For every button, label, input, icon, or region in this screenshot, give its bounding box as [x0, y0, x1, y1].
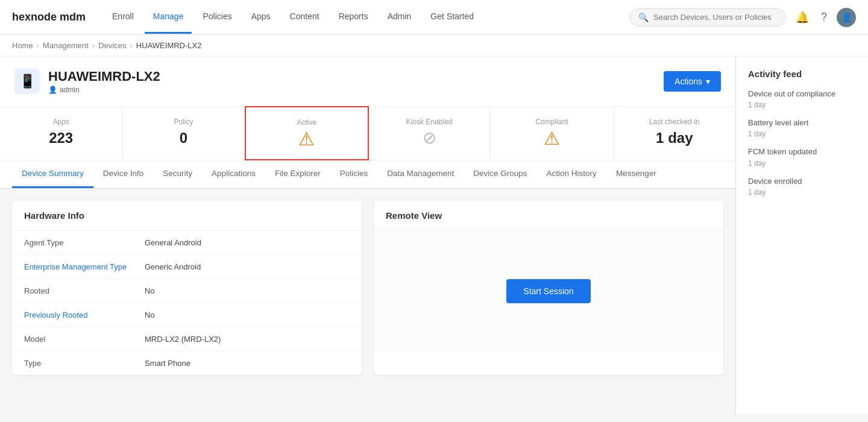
breadcrumb-sep-2: › [92, 41, 95, 50]
tab-messenger[interactable]: Messenger [606, 160, 666, 188]
stat-compliant: Compliant ⚠ [491, 107, 613, 160]
top-navigation: hexnode mdm Enroll Manage Policies Apps … [0, 0, 868, 35]
compliant-warning-icon: ⚠ [503, 130, 600, 148]
remote-view-card: Remote View Start Session [374, 201, 723, 375]
notification-icon[interactable]: 🔔 [793, 8, 811, 27]
search-input[interactable] [653, 13, 777, 22]
info-row-agent-type: Agent Type General Android [12, 231, 362, 255]
stat-apps: Apps 223 [0, 107, 122, 160]
nav-enroll[interactable]: Enroll [104, 1, 142, 34]
nav-right: 🔍 🔔 ? 👤 [629, 8, 856, 27]
dropdown-arrow-icon: ▾ [706, 77, 710, 86]
nav-apps[interactable]: Apps [243, 1, 279, 34]
stat-active: Active ⚠ [245, 106, 369, 160]
search-box[interactable]: 🔍 [629, 8, 786, 27]
help-icon[interactable]: ? [819, 8, 829, 26]
search-icon: 🔍 [638, 13, 649, 22]
info-row-rooted: Rooted No [12, 279, 362, 303]
breadcrumb-sep-3: › [130, 41, 133, 50]
info-row-enterprise-mgmt: Enterprise Management Type Generic Andro… [12, 255, 362, 279]
feed-item-3: FCM token updated 1 day [748, 146, 856, 167]
tab-applications[interactable]: Applications [202, 160, 265, 188]
info-row-type: Type Smart Phone [12, 351, 362, 375]
owner-icon: 👤 [48, 86, 57, 94]
actions-button[interactable]: Actions ▾ [664, 71, 721, 92]
tab-device-info[interactable]: Device Info [93, 160, 154, 188]
hardware-info-title: Hardware Info [12, 201, 362, 231]
logo: hexnode mdm [12, 11, 86, 24]
feed-item-4: Device enrolled 1 day [748, 176, 856, 197]
breadcrumb-management[interactable]: Management [43, 41, 89, 50]
tab-content: Hardware Info Agent Type General Android… [0, 189, 735, 387]
avatar[interactable]: 👤 [837, 8, 856, 27]
tab-data-management[interactable]: Data Management [377, 160, 464, 188]
breadcrumb-devices[interactable]: Devices [98, 41, 126, 50]
hardware-info-table: Agent Type General Android Enterprise Ma… [12, 231, 362, 375]
nav-policies[interactable]: Policies [194, 1, 240, 34]
nav-manage[interactable]: Manage [145, 1, 192, 34]
tabs-bar: Device Summary Device Info Security Appl… [0, 160, 735, 189]
hardware-info-card: Hardware Info Agent Type General Android… [12, 201, 362, 375]
breadcrumb: Home › Management › Devices › HUAWEIMRD-… [0, 35, 868, 57]
remote-view-title: Remote View [374, 201, 723, 231]
active-warning-icon: ⚠ [258, 130, 356, 148]
nav-get-started[interactable]: Get Started [422, 1, 482, 34]
feed-item-1: Device out of compliance 1 day [748, 89, 856, 109]
tab-device-groups[interactable]: Device Groups [464, 160, 536, 188]
activity-feed-title: Activity feed [748, 69, 856, 79]
device-icon: 📱 [14, 69, 40, 94]
nav-links: Enroll Manage Policies Apps Content Repo… [104, 1, 629, 34]
breadcrumb-sep-1: › [37, 41, 39, 50]
activity-feed: Activity feed Device out of compliance 1… [735, 57, 868, 414]
start-session-button[interactable]: Start Session [506, 279, 590, 303]
stat-kiosk: Kiosk Enabled ⊘ [368, 107, 491, 160]
tab-file-explorer[interactable]: File Explorer [265, 160, 330, 188]
tab-device-summary[interactable]: Device Summary [12, 160, 93, 188]
nav-content[interactable]: Content [281, 1, 328, 34]
device-title: 📱 HUAWEIMRD-LX2 👤 admin [14, 69, 160, 94]
tab-policies[interactable]: Policies [330, 160, 378, 188]
device-owner: 👤 admin [48, 86, 160, 94]
remote-view-body: Start Session [374, 231, 723, 351]
feed-item-2: Battery level alert 1 day [748, 118, 856, 138]
tab-action-history[interactable]: Action History [537, 160, 606, 188]
kiosk-disabled-icon: ⊘ [380, 130, 478, 146]
stat-policy: Policy 0 [122, 107, 245, 160]
breadcrumb-current: HUAWEIMRD-LX2 [136, 41, 202, 50]
nav-admin[interactable]: Admin [379, 1, 420, 34]
info-row-previously-rooted: Previously Rooted No [12, 303, 362, 327]
device-header: 📱 HUAWEIMRD-LX2 👤 admin Actions ▾ [0, 57, 735, 107]
device-info: HUAWEIMRD-LX2 👤 admin [48, 69, 160, 94]
nav-reports[interactable]: Reports [330, 1, 377, 34]
stat-last-checked: Last checked-in 1 day [614, 107, 735, 160]
content-area: 📱 HUAWEIMRD-LX2 👤 admin Actions ▾ Apps 2… [0, 57, 735, 414]
tab-security[interactable]: Security [153, 160, 202, 188]
main-layout: 📱 HUAWEIMRD-LX2 👤 admin Actions ▾ Apps 2… [0, 57, 868, 414]
info-row-model: Model MRD-LX2 (MRD-LX2) [12, 327, 362, 351]
stats-bar: Apps 223 Policy 0 Active ⚠ Kiosk Enabled… [0, 107, 735, 160]
breadcrumb-home[interactable]: Home [12, 41, 33, 50]
device-name: HUAWEIMRD-LX2 [48, 69, 160, 84]
